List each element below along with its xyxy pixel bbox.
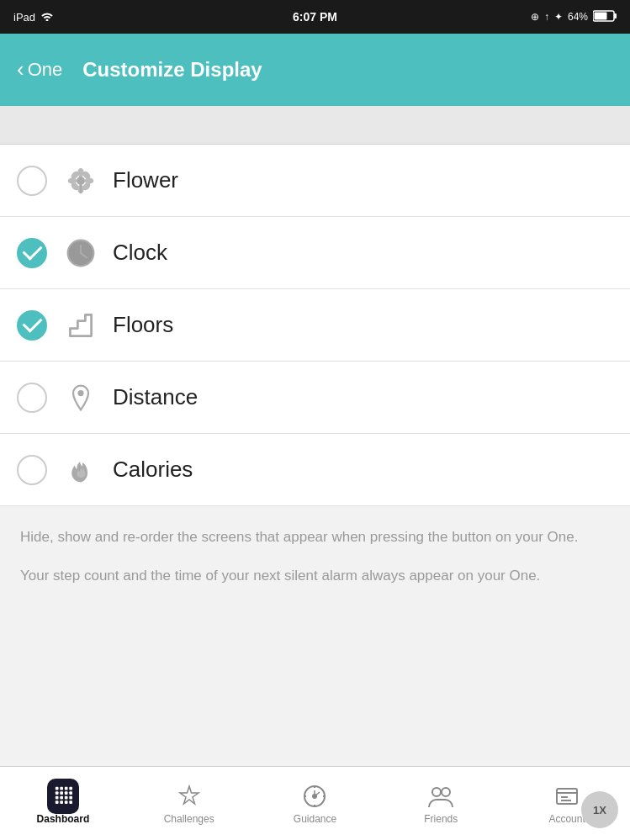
status-device: iPad (13, 11, 35, 24)
svg-rect-26 (65, 795, 68, 799)
flower-icon (62, 162, 99, 199)
nav-item-challenges[interactable]: Challenges (126, 767, 252, 840)
svg-rect-24 (56, 795, 59, 799)
wifi-icon (40, 11, 54, 24)
status-left: iPad (13, 11, 54, 24)
guidance-label: Guidance (294, 813, 336, 825)
battery-icon (593, 10, 617, 24)
nav-item-friends[interactable]: Friends (378, 767, 504, 840)
guidance-icon (301, 783, 328, 810)
svg-rect-18 (56, 786, 59, 790)
svg-point-44 (442, 788, 450, 796)
floors-icon (62, 307, 99, 344)
calories-label: Calories (113, 457, 193, 483)
svg-rect-22 (60, 791, 63, 795)
calories-checkbox[interactable] (17, 455, 47, 485)
version-badge: 1X (581, 791, 618, 828)
svg-rect-31 (60, 800, 63, 804)
svg-point-43 (432, 788, 441, 796)
friends-label: Friends (424, 813, 458, 825)
calories-icon (62, 452, 99, 489)
status-bar: iPad 6:07 PM ⊕ ↑ ✦ 64% (0, 0, 630, 34)
clock-icon (62, 235, 99, 272)
svg-rect-25 (60, 795, 63, 799)
svg-rect-30 (56, 800, 59, 804)
friends-icon (427, 783, 454, 810)
svg-rect-19 (60, 786, 63, 790)
distance-label: Distance (113, 384, 198, 410)
back-button[interactable]: ‹ One (17, 59, 62, 81)
list-item[interactable]: Floors (0, 289, 630, 362)
nav-item-guidance[interactable]: Guidance (252, 767, 379, 840)
dashboard-label: Dashboard (37, 813, 90, 825)
list-item[interactable]: Calories (0, 434, 630, 506)
svg-rect-2 (595, 12, 607, 19)
svg-rect-33 (69, 800, 72, 804)
description-area: Hide, show and re-order the screens that… (0, 506, 630, 766)
svg-rect-32 (65, 800, 68, 804)
arrow-icon: ↑ (544, 11, 549, 23)
list-item[interactable]: Clock (0, 217, 630, 289)
svg-rect-1 (614, 13, 617, 18)
back-chevron-icon: ‹ (17, 58, 24, 80)
clock-label: Clock (113, 240, 167, 266)
svg-rect-28 (69, 791, 72, 795)
distance-icon (62, 379, 99, 416)
battery-level: 64% (568, 11, 588, 23)
header: ‹ One Customize Display (0, 34, 630, 106)
page-title: Customize Display (82, 58, 262, 82)
svg-rect-20 (65, 786, 68, 790)
svg-point-12 (77, 177, 85, 185)
app-container: ‹ One Customize Display (0, 34, 630, 840)
section-spacer (0, 106, 630, 145)
challenges-label: Challenges (164, 813, 214, 825)
back-label: One (28, 59, 63, 81)
nav-item-dashboard[interactable]: Dashboard (0, 767, 126, 840)
svg-rect-29 (69, 795, 72, 799)
description-line2: Your step count and the time of your nex… (20, 565, 610, 587)
status-time: 6:07 PM (293, 10, 337, 24)
floors-label: Floors (113, 312, 173, 338)
distance-checkbox[interactable] (17, 383, 47, 413)
description-line1: Hide, show and re-order the screens that… (20, 526, 610, 548)
dashboard-icon (50, 783, 77, 810)
svg-rect-27 (69, 786, 72, 790)
flower-checkbox[interactable] (17, 166, 47, 196)
svg-rect-23 (65, 791, 68, 795)
floors-checkbox[interactable] (17, 310, 47, 341)
account-icon (553, 783, 580, 810)
location-icon: ⊕ (531, 11, 539, 23)
status-right: ⊕ ↑ ✦ 64% (531, 10, 617, 24)
list-item[interactable]: Distance (0, 362, 630, 434)
list-item[interactable]: Flower (0, 145, 630, 217)
display-options-list: Flower Clock (0, 145, 630, 506)
clock-checkbox[interactable] (17, 238, 47, 268)
account-label: Account (548, 813, 585, 825)
svg-point-17 (77, 390, 83, 396)
svg-rect-21 (56, 791, 59, 795)
svg-marker-34 (180, 786, 199, 804)
challenges-icon (176, 783, 203, 810)
bluetooth-icon: ✦ (554, 11, 563, 23)
flower-label: Flower (113, 167, 178, 193)
bottom-nav: Dashboard Challenges (0, 766, 630, 840)
